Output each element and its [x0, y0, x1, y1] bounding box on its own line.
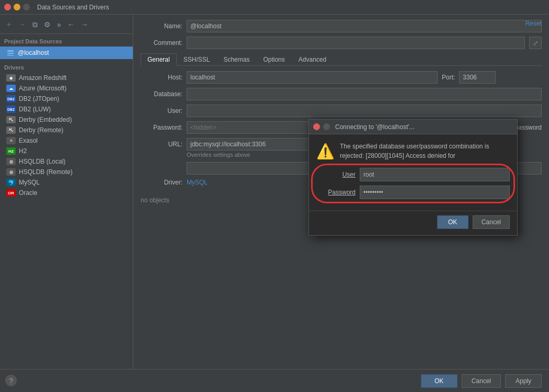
dialog-titlebar: Connecting to '@localhost'... — [309, 120, 517, 134]
tab-ssh-ssl[interactable]: SSH/SSL — [177, 53, 217, 65]
copy-datasource-button[interactable]: ⧉ — [30, 19, 40, 30]
user-label: User: — [141, 107, 182, 114]
apply-button[interactable]: Apply — [505, 374, 542, 388]
driver-item-db2-luw[interactable]: DB2 DB2 (LUW) — [0, 104, 133, 114]
dialog-buttons: OK Cancel — [309, 211, 517, 235]
comment-input[interactable] — [187, 37, 525, 49]
window-title: Data Sources and Drivers — [37, 4, 109, 11]
dialog-close-button[interactable] — [313, 123, 320, 130]
help-button[interactable]: ? — [5, 375, 17, 386]
derby-embedded-icon: ⛏ — [6, 116, 16, 123]
title-bar: Data Sources and Drivers — [0, 0, 549, 15]
reset-button[interactable]: Reset — [525, 20, 542, 27]
derby-remote-icon: ⛏ — [6, 126, 16, 134]
driver-link[interactable]: MySQL — [187, 179, 208, 186]
driver-item-hsqldb-local[interactable]: ◎ HSQLDB (Local) — [0, 156, 133, 167]
azure-icon: ☁ — [6, 85, 16, 92]
dialog-cancel-button[interactable]: Cancel — [473, 215, 510, 229]
drivers-label: Drivers — [0, 63, 133, 73]
port-input[interactable] — [459, 71, 496, 84]
driver-item-db2-jtopen[interactable]: DB2 DB2 (JTOpen) — [0, 94, 133, 104]
name-input[interactable] — [187, 20, 542, 32]
expand-comment-button[interactable]: ⤢ — [529, 37, 542, 49]
driver-item-hsqldb-remote[interactable]: ◎ HSQLDB (Remote) — [0, 167, 133, 177]
main-layout: ＋ － ⧉ ⚙ » ← → Project Data Sources @loca… — [0, 15, 549, 369]
name-label: Name: — [141, 22, 182, 30]
back-button[interactable]: ← — [65, 19, 77, 30]
host-label: Host: — [141, 74, 182, 81]
settings-button[interactable]: ⚙ — [42, 19, 53, 30]
driver-label: DB2 (LUW) — [19, 106, 51, 113]
driver-label: Amazon Redshift — [19, 74, 66, 82]
user-input[interactable] — [187, 105, 542, 117]
more-button[interactable]: » — [55, 19, 63, 30]
maximize-button[interactable] — [23, 4, 30, 10]
oracle-icon: OR — [6, 189, 16, 197]
db2-luw-icon: DB2 — [6, 106, 16, 113]
url-label: URL: — [141, 141, 182, 148]
tab-options[interactable]: Options — [256, 53, 291, 65]
minimize-button[interactable] — [14, 4, 20, 10]
driver-label: Derby (Remote) — [19, 126, 63, 134]
project-datasources-label: Project Data Sources — [0, 37, 133, 47]
remove-datasource-button[interactable]: － — [17, 19, 28, 30]
dialog-min-button[interactable] — [323, 123, 330, 130]
database-input[interactable] — [187, 88, 542, 100]
driver-item-mysql[interactable]: 🐬 MySQL — [0, 177, 133, 188]
datasource-icon — [6, 49, 15, 57]
svg-rect-3 — [7, 55, 14, 56]
mysql-icon: 🐬 — [6, 179, 16, 186]
ok-button[interactable]: OK — [421, 374, 458, 388]
h2-icon: H2 — [6, 147, 16, 155]
dialog-user-row: User — [316, 168, 510, 181]
tabs-bar: General SSH/SSL Schemas Options Advanced — [141, 53, 542, 66]
dialog-user-input[interactable] — [360, 168, 510, 181]
cancel-button[interactable]: Cancel — [462, 374, 501, 388]
sidebar-item-localhost[interactable]: @localhost — [0, 47, 133, 59]
dialog-title: Connecting to '@localhost'... — [335, 123, 415, 131]
forward-button[interactable]: → — [79, 19, 90, 30]
comment-label: Comment: — [141, 39, 182, 47]
dialog-password-input[interactable] — [360, 186, 510, 199]
svg-rect-1 — [7, 50, 14, 52]
close-button[interactable] — [4, 4, 11, 10]
name-row: Name: — [141, 20, 542, 32]
add-datasource-button[interactable]: ＋ — [3, 19, 15, 30]
database-label: Database: — [141, 90, 182, 98]
driver-label: HSQLDB (Remote) — [19, 168, 73, 176]
comment-row: Comment: ⤢ — [141, 37, 542, 49]
dialog-password-label: Password — [316, 189, 356, 196]
tab-advanced[interactable]: Advanced — [292, 53, 333, 65]
hsqldb-remote-icon: ◎ — [6, 168, 16, 176]
svg-rect-2 — [7, 53, 14, 54]
driver-item-exasol[interactable]: ✕ Exasol — [0, 135, 133, 146]
host-input[interactable] — [187, 71, 438, 84]
driver-item-amazon-redshift[interactable]: ◈ Amazon Redshift — [0, 73, 133, 83]
tab-general[interactable]: General — [141, 53, 177, 66]
window-controls — [4, 4, 30, 10]
driver-item-derby-remote[interactable]: ⛏ Derby (Remote) — [0, 125, 133, 135]
driver-label: Exasol — [19, 137, 38, 144]
user-row: User: — [141, 105, 542, 117]
password-label: Password: — [141, 124, 182, 131]
driver-label: DB2 (JTOpen) — [19, 95, 59, 102]
driver-label: Derby (Embedded) — [19, 116, 72, 123]
driver-item-oracle[interactable]: OR Oracle — [0, 188, 133, 198]
sidebar: ＋ － ⧉ ⚙ » ← → Project Data Sources @loca… — [0, 15, 133, 369]
tab-schemas[interactable]: Schemas — [216, 53, 256, 65]
driver-item-h2[interactable]: H2 H2 — [0, 146, 133, 156]
dialog-ok-button[interactable]: OK — [437, 215, 468, 229]
drivers-section: Drivers ◈ Amazon Redshift ☁ Azure (Micro… — [0, 63, 133, 198]
host-port-row: Host: Port: — [141, 71, 542, 84]
driver-label: MySQL — [19, 179, 40, 186]
dialog-user-label: User — [316, 171, 356, 178]
dialog-password-row: Password — [316, 186, 510, 199]
driver-label: Azure (Microsoft) — [19, 85, 66, 92]
driver-item-azure[interactable]: ☁ Azure (Microsoft) — [0, 83, 133, 94]
dialog-body: ⚠️ The specified database user/password … — [309, 134, 517, 209]
dialog-error-text: The specified database user/password com… — [340, 142, 510, 160]
driver-item-derby-embedded[interactable]: ⛏ Derby (Embedded) — [0, 114, 133, 125]
connection-dialog: Connecting to '@localhost'... ⚠️ The spe… — [308, 119, 518, 236]
sidebar-toolbar: ＋ － ⧉ ⚙ » ← → — [0, 18, 133, 34]
database-row: Database: — [141, 88, 542, 100]
